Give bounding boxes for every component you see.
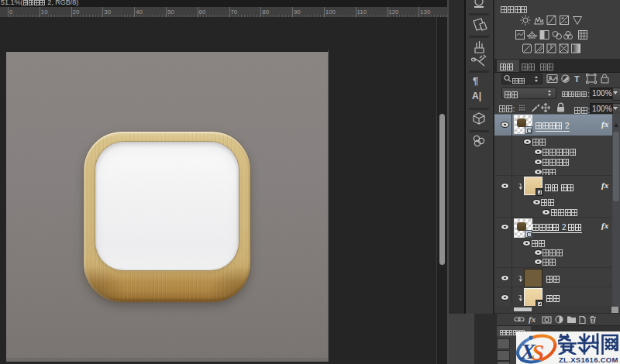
svg-text:T: T bbox=[574, 74, 580, 84]
svg-text:fx: fx bbox=[529, 314, 536, 324]
svg-text:S: S bbox=[532, 340, 544, 364]
